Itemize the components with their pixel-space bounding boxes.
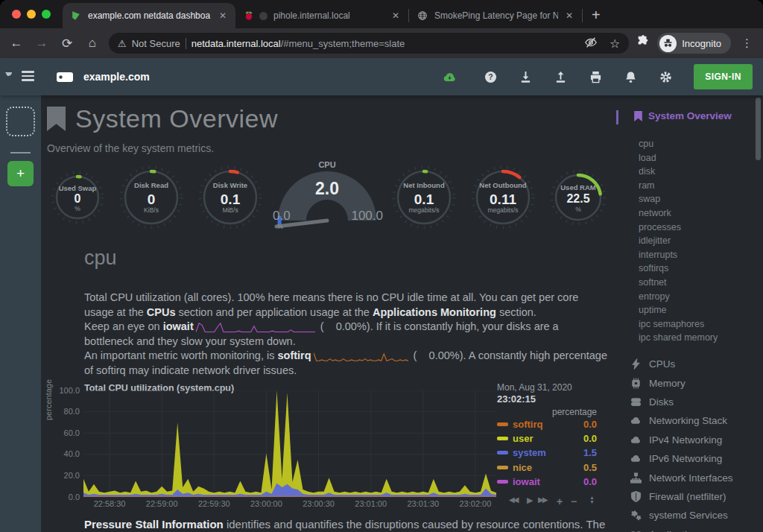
url-path: /#menu_system;theme=slate bbox=[281, 38, 405, 49]
help-icon[interactable]: ? bbox=[484, 70, 497, 83]
x-axis-tick: 23:00:30 bbox=[297, 499, 341, 508]
chart-play-icon[interactable]: ▶ bbox=[527, 495, 533, 505]
pihole-favicon-dot bbox=[259, 12, 267, 20]
menu-section-disks[interactable]: Disks bbox=[630, 393, 733, 411]
chart-zoom-out-icon[interactable]: − bbox=[571, 495, 577, 507]
tab-smokeping[interactable]: SmokePing Latency Page for N ✕ bbox=[409, 3, 582, 28]
legend-swatch bbox=[497, 451, 508, 455]
menu-item-cpu[interactable]: cpu bbox=[639, 139, 718, 153]
tab-close-icon[interactable]: ✕ bbox=[564, 10, 574, 21]
cloud-status-icon[interactable] bbox=[443, 70, 456, 83]
chart-resize-handle-icon[interactable]: ▲▼ bbox=[589, 495, 595, 504]
gauge-disk-write[interactable]: Disk Write 0.1 MiB/s bbox=[197, 165, 263, 230]
legend-row-iowait[interactable]: iowait 0.0 bbox=[497, 475, 597, 489]
menu-item-entropy[interactable]: entropy bbox=[639, 291, 718, 305]
gauge-cpu[interactable]: CPU 2.0 0.0 100.0 % bbox=[271, 162, 383, 232]
menu-item-disk[interactable]: disk bbox=[639, 166, 718, 180]
gauge-value: 0.1 bbox=[197, 191, 263, 208]
chart-fast-forward-icon[interactable]: ▶▶ bbox=[538, 495, 546, 504]
alarms-bell-icon[interactable] bbox=[624, 70, 637, 83]
menu-item-load[interactable]: load bbox=[639, 153, 718, 167]
psi-link[interactable]: Pressure Stall Information bbox=[84, 518, 224, 531]
reload-button[interactable]: ⟳ bbox=[58, 36, 76, 51]
minimize-window-button[interactable] bbox=[27, 10, 36, 19]
new-tab-button[interactable]: + bbox=[583, 7, 611, 28]
import-icon[interactable] bbox=[519, 70, 532, 83]
menu-section-firewall-netfilter[interactable]: Firewall (netfilter) bbox=[630, 487, 733, 506]
zoom-window-button[interactable] bbox=[42, 10, 51, 19]
shield-icon bbox=[630, 490, 642, 502]
extensions-puzzle-icon[interactable] bbox=[636, 35, 650, 51]
chart-zoom-in-icon[interactable]: + bbox=[557, 495, 563, 507]
menu-item-idlejitter[interactable]: idlejitter bbox=[639, 235, 718, 250]
menu-bookmark-icon bbox=[634, 111, 642, 121]
menu-item-softnet[interactable]: softnet bbox=[639, 277, 718, 291]
menu-section-ipv4-networking[interactable]: IPv4 Networking bbox=[630, 431, 733, 449]
gauge-used-ram[interactable]: Used RAM 22.5 % bbox=[549, 168, 607, 227]
menu-item-processes[interactable]: processes bbox=[639, 222, 718, 236]
add-node-button[interactable]: + bbox=[7, 161, 34, 186]
legend-row-softirq[interactable]: softirq 0.0 bbox=[497, 417, 597, 431]
menu-section-cpus[interactable]: CPUs bbox=[630, 355, 733, 373]
home-button[interactable]: ⌂ bbox=[83, 36, 101, 51]
close-window-button[interactable] bbox=[12, 10, 21, 19]
legend-swatch bbox=[497, 422, 508, 426]
tab-netdata[interactable]: example.com netdata dashboa ✕ bbox=[63, 3, 235, 28]
legend-row-system[interactable]: system 1.5 bbox=[497, 446, 597, 460]
back-button[interactable]: ← bbox=[7, 36, 25, 51]
softirq-sparkline[interactable] bbox=[314, 351, 408, 363]
tab-close-icon[interactable]: ✕ bbox=[390, 10, 401, 21]
menu-item-interrupts[interactable]: interrupts bbox=[639, 250, 718, 264]
menu-section-network-interfaces[interactable]: Network Interfaces bbox=[630, 468, 733, 487]
menu-item-ipc-semaphores[interactable]: ipc semaphores bbox=[639, 319, 718, 333]
menu-section-systemd-services[interactable]: systemd Services bbox=[630, 506, 733, 525]
menu-item-ram[interactable]: ram bbox=[639, 180, 718, 194]
window-controls[interactable] bbox=[0, 10, 63, 28]
gauge-used-swap[interactable]: Used Swap 0 % bbox=[50, 170, 105, 225]
gauge-value: 0 bbox=[50, 192, 105, 206]
legend-row-nice[interactable]: nice 0.5 bbox=[497, 460, 597, 475]
chart-rewind-icon[interactable]: ◀◀ bbox=[509, 495, 517, 504]
menu-item-system-overview[interactable]: System Overview bbox=[634, 110, 732, 121]
menu-section-ipv6-networking[interactable]: IPv6 Networking bbox=[630, 449, 733, 468]
incognito-badge[interactable]: Incognito bbox=[657, 33, 731, 54]
cpu-utilization-chart[interactable] bbox=[83, 390, 496, 497]
tab-close-icon[interactable]: ✕ bbox=[218, 10, 228, 21]
menu-item-softirqs[interactable]: softirqs bbox=[639, 263, 718, 277]
page-scrollbar[interactable] bbox=[756, 98, 761, 530]
print-icon[interactable] bbox=[589, 70, 602, 83]
tab-pihole[interactable]: pihole.internal.local ✕ bbox=[235, 3, 408, 28]
applications-monitoring-link[interactable]: Applications Monitoring bbox=[373, 306, 496, 318]
bookmark-star-icon[interactable]: ☆ bbox=[610, 37, 620, 51]
sign-in-button[interactable]: SIGN-IN bbox=[694, 64, 753, 89]
menu-item-ipc-shared-memory[interactable]: ipc shared memory bbox=[639, 332, 718, 346]
hamburger-menu-icon[interactable] bbox=[22, 71, 34, 81]
scrollbar-thumb[interactable] bbox=[756, 98, 761, 160]
menu-section-networking-stack[interactable]: Networking Stack bbox=[630, 411, 733, 430]
gauge-net-outbound[interactable]: Net Outbound 0.11 megabits/s bbox=[470, 165, 536, 230]
gauge-unit: % bbox=[50, 205, 105, 212]
menu-item-network[interactable]: network bbox=[639, 208, 718, 222]
menu-item-swap[interactable]: swap bbox=[639, 194, 718, 208]
browser-menu-kebab-icon[interactable]: ⋮ bbox=[738, 37, 756, 50]
memory-icon bbox=[630, 377, 642, 389]
gauge-disk-read[interactable]: Disk Read 0 KiB/s bbox=[118, 165, 184, 230]
legend-row-user[interactable]: user 0.0 bbox=[497, 431, 597, 446]
address-bar[interactable]: ⚠ Not Secure netdata.internal.local/#men… bbox=[109, 33, 629, 54]
gauge-value: 0.11 bbox=[470, 191, 536, 208]
settings-gear-icon[interactable] bbox=[659, 70, 672, 83]
cpus-link[interactable]: CPUs bbox=[147, 306, 176, 318]
gauge-net-inbound[interactable]: Net Inbound 0.1 megabits/s bbox=[391, 165, 457, 230]
export-icon[interactable] bbox=[554, 70, 567, 83]
iowait-sparkline[interactable] bbox=[196, 321, 315, 333]
y-axis-tick: 20.0 bbox=[50, 471, 80, 480]
menu-item-uptime[interactable]: uptime bbox=[639, 305, 718, 319]
eye-slash-icon[interactable] bbox=[584, 36, 598, 51]
menu-section-memory[interactable]: Memory bbox=[630, 373, 733, 392]
forward-button[interactable]: → bbox=[33, 36, 51, 51]
legend-time: 23:02:15 bbox=[497, 393, 597, 405]
address-divider bbox=[186, 38, 186, 49]
node-selector-placeholder[interactable] bbox=[6, 107, 35, 136]
chart-legend: Mon, Aug 31, 2020 23:02:15 percentage so… bbox=[497, 382, 597, 489]
menu-section-applications[interactable]: Applications bbox=[630, 525, 733, 532]
